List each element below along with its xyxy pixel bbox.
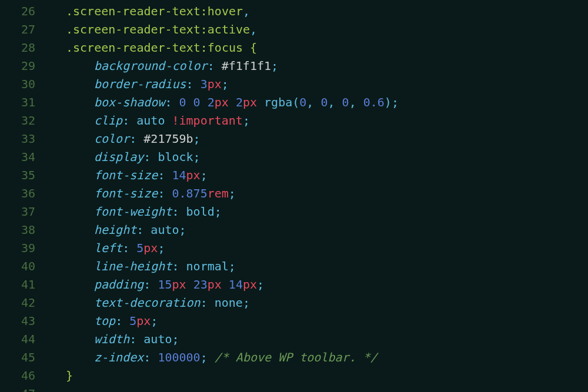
code-line: 28 .screen-reader-text:focus { (0, 39, 588, 57)
line-number: 47 (0, 385, 52, 392)
line-number: 30 (0, 75, 52, 93)
line-number: 34 (0, 148, 52, 166)
code-content: clip: auto !important; (52, 112, 588, 130)
line-number: 42 (0, 294, 52, 312)
code-content: font-size: 0.875rem; (52, 185, 588, 203)
code-line: 27 .screen-reader-text:active, (0, 21, 588, 39)
code-content: left: 5px; (52, 239, 588, 257)
code-line: 38 height: auto; (0, 221, 588, 239)
code-content (52, 385, 588, 392)
code-line: 37 font-weight: bold; (0, 203, 588, 221)
line-number: 35 (0, 166, 52, 185)
code-line: 44 width: auto; (0, 330, 588, 349)
code-content: .screen-reader-text:hover, (52, 2, 588, 21)
line-number: 31 (0, 93, 52, 112)
code-line: 47 (0, 385, 588, 392)
code-line: 40 line-height: normal; (0, 257, 588, 276)
line-number: 40 (0, 257, 52, 276)
code-content: .screen-reader-text:focus { (52, 39, 588, 57)
code-editor[interactable]: 26 .screen-reader-text:hover, 27 .screen… (0, 2, 588, 392)
code-line: 41 padding: 15px 23px 14px; (0, 276, 588, 294)
code-line: 39 left: 5px; (0, 239, 588, 257)
code-line: 29 background-color: #f1f1f1; (0, 57, 588, 75)
line-number: 29 (0, 57, 52, 75)
line-number: 41 (0, 276, 52, 294)
code-content: z-index: 100000; /* Above WP toolbar. */ (52, 349, 588, 367)
code-content: color: #21759b; (52, 130, 588, 148)
line-number: 32 (0, 112, 52, 130)
code-content: background-color: #f1f1f1; (52, 57, 588, 75)
code-line: 42 text-decoration: none; (0, 294, 588, 312)
code-line: 32 clip: auto !important; (0, 112, 588, 130)
code-line: 33 color: #21759b; (0, 130, 588, 148)
code-content: width: auto; (52, 330, 588, 349)
line-number: 39 (0, 239, 52, 257)
code-content: } (52, 367, 588, 385)
code-content: top: 5px; (52, 312, 588, 330)
line-number: 27 (0, 21, 52, 39)
line-number: 45 (0, 349, 52, 367)
code-content: box-shadow: 0 0 2px 2px rgba(0, 0, 0, 0.… (52, 93, 588, 112)
code-line: 35 font-size: 14px; (0, 166, 588, 185)
code-content: line-height: normal; (52, 257, 588, 276)
code-line: 34 display: block; (0, 148, 588, 166)
code-content: height: auto; (52, 221, 588, 239)
line-number: 43 (0, 312, 52, 330)
code-line: 46 } (0, 367, 588, 385)
line-number: 36 (0, 185, 52, 203)
code-content: padding: 15px 23px 14px; (52, 276, 588, 294)
line-number: 26 (0, 2, 52, 21)
line-number: 37 (0, 203, 52, 221)
line-number: 33 (0, 130, 52, 148)
code-content: border-radius: 3px; (52, 75, 588, 93)
code-content: text-decoration: none; (52, 294, 588, 312)
line-number: 46 (0, 367, 52, 385)
code-line: 30 border-radius: 3px; (0, 75, 588, 93)
code-content: font-size: 14px; (52, 166, 588, 185)
code-content: display: block; (52, 148, 588, 166)
code-content: font-weight: bold; (52, 203, 588, 221)
line-number: 38 (0, 221, 52, 239)
code-content: .screen-reader-text:active, (52, 21, 588, 39)
code-line: 45 z-index: 100000; /* Above WP toolbar.… (0, 349, 588, 367)
line-number: 44 (0, 330, 52, 349)
code-line: 31 box-shadow: 0 0 2px 2px rgba(0, 0, 0,… (0, 93, 588, 112)
line-number: 28 (0, 39, 52, 57)
code-line: 43 top: 5px; (0, 312, 588, 330)
code-line: 26 .screen-reader-text:hover, (0, 2, 588, 21)
code-line: 36 font-size: 0.875rem; (0, 185, 588, 203)
